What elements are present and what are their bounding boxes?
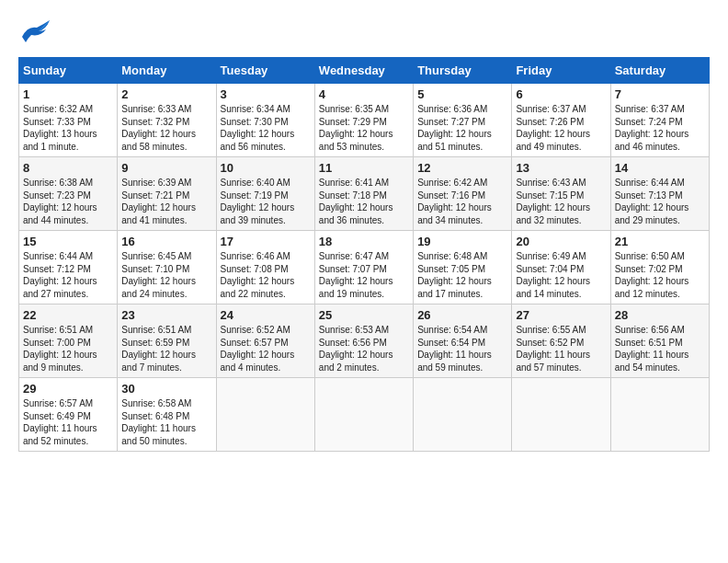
day-number: 9 bbox=[121, 161, 211, 175]
weekday-header: Saturday bbox=[610, 58, 709, 84]
calendar-cell: 26Sunrise: 6:54 AM Sunset: 6:54 PM Dayli… bbox=[414, 304, 512, 378]
calendar-cell bbox=[314, 378, 413, 452]
day-info: Sunrise: 6:52 AM Sunset: 6:57 PM Dayligh… bbox=[221, 324, 311, 373]
day-number: 1 bbox=[23, 87, 113, 101]
day-number: 26 bbox=[417, 308, 507, 322]
calendar-cell: 24Sunrise: 6:52 AM Sunset: 6:57 PM Dayli… bbox=[216, 304, 314, 378]
calendar-cell: 22Sunrise: 6:51 AM Sunset: 7:00 PM Dayli… bbox=[19, 304, 118, 378]
calendar-cell: 13Sunrise: 6:43 AM Sunset: 7:15 PM Dayli… bbox=[512, 157, 610, 231]
calendar-cell: 2Sunrise: 6:33 AM Sunset: 7:32 PM Daylig… bbox=[118, 84, 216, 157]
day-number: 14 bbox=[615, 161, 705, 175]
day-info: Sunrise: 6:48 AM Sunset: 7:05 PM Dayligh… bbox=[417, 250, 507, 300]
day-info: Sunrise: 6:51 AM Sunset: 6:59 PM Dayligh… bbox=[121, 324, 211, 373]
day-number: 17 bbox=[221, 235, 311, 248]
calendar-cell: 30Sunrise: 6:58 AM Sunset: 6:48 PM Dayli… bbox=[118, 378, 216, 452]
day-info: Sunrise: 6:35 AM Sunset: 7:29 PM Dayligh… bbox=[319, 103, 409, 153]
weekday-header: Monday bbox=[118, 58, 216, 84]
day-info: Sunrise: 6:53 AM Sunset: 6:56 PM Dayligh… bbox=[319, 324, 409, 373]
calendar-cell: 21Sunrise: 6:50 AM Sunset: 7:02 PM Dayli… bbox=[610, 231, 709, 304]
day-number: 13 bbox=[516, 161, 606, 175]
day-info: Sunrise: 6:49 AM Sunset: 7:04 PM Dayligh… bbox=[516, 250, 606, 300]
logo bbox=[18, 18, 53, 48]
calendar-cell: 18Sunrise: 6:47 AM Sunset: 7:07 PM Dayli… bbox=[314, 231, 413, 304]
calendar-cell: 11Sunrise: 6:41 AM Sunset: 7:18 PM Dayli… bbox=[314, 157, 413, 231]
calendar-cell: 15Sunrise: 6:44 AM Sunset: 7:12 PM Dayli… bbox=[19, 231, 118, 304]
day-number: 8 bbox=[23, 161, 113, 175]
calendar-cell: 25Sunrise: 6:53 AM Sunset: 6:56 PM Dayli… bbox=[314, 304, 413, 378]
day-number: 24 bbox=[221, 308, 311, 322]
day-number: 6 bbox=[516, 87, 606, 101]
weekday-header: Thursday bbox=[414, 58, 512, 84]
day-number: 18 bbox=[319, 235, 409, 248]
weekday-header: Sunday bbox=[19, 58, 118, 84]
day-number: 12 bbox=[417, 161, 507, 175]
calendar-cell: 28Sunrise: 6:56 AM Sunset: 6:51 PM Dayli… bbox=[610, 304, 709, 378]
day-number: 10 bbox=[221, 161, 311, 175]
day-number: 19 bbox=[417, 235, 507, 248]
day-number: 7 bbox=[615, 87, 705, 101]
day-info: Sunrise: 6:37 AM Sunset: 7:24 PM Dayligh… bbox=[615, 103, 705, 153]
day-number: 23 bbox=[121, 308, 211, 322]
weekday-header: Friday bbox=[512, 58, 610, 84]
calendar-cell: 1Sunrise: 6:32 AM Sunset: 7:33 PM Daylig… bbox=[19, 84, 118, 157]
day-number: 15 bbox=[23, 235, 113, 248]
day-number: 16 bbox=[121, 235, 211, 248]
calendar-cell: 10Sunrise: 6:40 AM Sunset: 7:19 PM Dayli… bbox=[216, 157, 314, 231]
day-number: 4 bbox=[319, 87, 409, 101]
calendar-cell: 14Sunrise: 6:44 AM Sunset: 7:13 PM Dayli… bbox=[610, 157, 709, 231]
day-info: Sunrise: 6:44 AM Sunset: 7:12 PM Dayligh… bbox=[23, 250, 113, 300]
day-info: Sunrise: 6:55 AM Sunset: 6:52 PM Dayligh… bbox=[516, 324, 606, 373]
day-info: Sunrise: 6:57 AM Sunset: 6:49 PM Dayligh… bbox=[23, 397, 113, 447]
day-number: 22 bbox=[23, 308, 113, 322]
calendar-cell bbox=[512, 378, 610, 452]
day-info: Sunrise: 6:33 AM Sunset: 7:32 PM Dayligh… bbox=[121, 103, 211, 153]
logo-icon bbox=[18, 18, 51, 48]
calendar-table: SundayMondayTuesdayWednesdayThursdayFrid… bbox=[18, 57, 710, 452]
calendar-cell: 6Sunrise: 6:37 AM Sunset: 7:26 PM Daylig… bbox=[512, 84, 610, 157]
day-number: 20 bbox=[516, 235, 606, 248]
calendar-cell: 4Sunrise: 6:35 AM Sunset: 7:29 PM Daylig… bbox=[314, 84, 413, 157]
calendar-cell: 23Sunrise: 6:51 AM Sunset: 6:59 PM Dayli… bbox=[118, 304, 216, 378]
day-info: Sunrise: 6:37 AM Sunset: 7:26 PM Dayligh… bbox=[516, 103, 606, 153]
day-info: Sunrise: 6:38 AM Sunset: 7:23 PM Dayligh… bbox=[23, 177, 113, 226]
day-info: Sunrise: 6:34 AM Sunset: 7:30 PM Dayligh… bbox=[221, 103, 311, 153]
weekday-header: Wednesday bbox=[314, 58, 413, 84]
day-info: Sunrise: 6:42 AM Sunset: 7:16 PM Dayligh… bbox=[417, 177, 507, 226]
day-number: 25 bbox=[319, 308, 409, 322]
calendar-week: 29Sunrise: 6:57 AM Sunset: 6:49 PM Dayli… bbox=[19, 378, 710, 452]
day-number: 5 bbox=[417, 87, 507, 101]
calendar-cell bbox=[216, 378, 314, 452]
calendar-cell: 19Sunrise: 6:48 AM Sunset: 7:05 PM Dayli… bbox=[414, 231, 512, 304]
calendar-cell: 16Sunrise: 6:45 AM Sunset: 7:10 PM Dayli… bbox=[118, 231, 216, 304]
calendar-week: 22Sunrise: 6:51 AM Sunset: 7:00 PM Dayli… bbox=[19, 304, 710, 378]
calendar-week: 8Sunrise: 6:38 AM Sunset: 7:23 PM Daylig… bbox=[19, 157, 710, 231]
day-info: Sunrise: 6:44 AM Sunset: 7:13 PM Dayligh… bbox=[615, 177, 705, 226]
day-number: 21 bbox=[615, 235, 705, 248]
day-number: 2 bbox=[121, 87, 211, 101]
day-number: 3 bbox=[221, 87, 311, 101]
calendar-cell: 27Sunrise: 6:55 AM Sunset: 6:52 PM Dayli… bbox=[512, 304, 610, 378]
calendar-week: 15Sunrise: 6:44 AM Sunset: 7:12 PM Dayli… bbox=[19, 231, 710, 304]
weekday-header: Tuesday bbox=[216, 58, 314, 84]
calendar-cell: 8Sunrise: 6:38 AM Sunset: 7:23 PM Daylig… bbox=[19, 157, 118, 231]
day-info: Sunrise: 6:45 AM Sunset: 7:10 PM Dayligh… bbox=[121, 250, 211, 300]
day-info: Sunrise: 6:39 AM Sunset: 7:21 PM Dayligh… bbox=[121, 177, 211, 226]
day-info: Sunrise: 6:41 AM Sunset: 7:18 PM Dayligh… bbox=[319, 177, 409, 226]
calendar-cell: 20Sunrise: 6:49 AM Sunset: 7:04 PM Dayli… bbox=[512, 231, 610, 304]
day-info: Sunrise: 6:40 AM Sunset: 7:19 PM Dayligh… bbox=[221, 177, 311, 226]
day-number: 28 bbox=[615, 308, 705, 322]
calendar-cell: 7Sunrise: 6:37 AM Sunset: 7:24 PM Daylig… bbox=[610, 84, 709, 157]
calendar-header: SundayMondayTuesdayWednesdayThursdayFrid… bbox=[19, 58, 710, 84]
day-info: Sunrise: 6:36 AM Sunset: 7:27 PM Dayligh… bbox=[417, 103, 507, 153]
calendar-cell: 29Sunrise: 6:57 AM Sunset: 6:49 PM Dayli… bbox=[19, 378, 118, 452]
day-info: Sunrise: 6:54 AM Sunset: 6:54 PM Dayligh… bbox=[417, 324, 507, 373]
calendar-cell bbox=[414, 378, 512, 452]
day-info: Sunrise: 6:51 AM Sunset: 7:00 PM Dayligh… bbox=[23, 324, 113, 373]
day-info: Sunrise: 6:32 AM Sunset: 7:33 PM Dayligh… bbox=[23, 103, 113, 153]
day-info: Sunrise: 6:56 AM Sunset: 6:51 PM Dayligh… bbox=[615, 324, 705, 373]
calendar-week: 1Sunrise: 6:32 AM Sunset: 7:33 PM Daylig… bbox=[19, 84, 710, 157]
day-info: Sunrise: 6:58 AM Sunset: 6:48 PM Dayligh… bbox=[121, 397, 211, 447]
calendar-cell: 12Sunrise: 6:42 AM Sunset: 7:16 PM Dayli… bbox=[414, 157, 512, 231]
calendar-cell bbox=[610, 378, 709, 452]
day-number: 11 bbox=[319, 161, 409, 175]
